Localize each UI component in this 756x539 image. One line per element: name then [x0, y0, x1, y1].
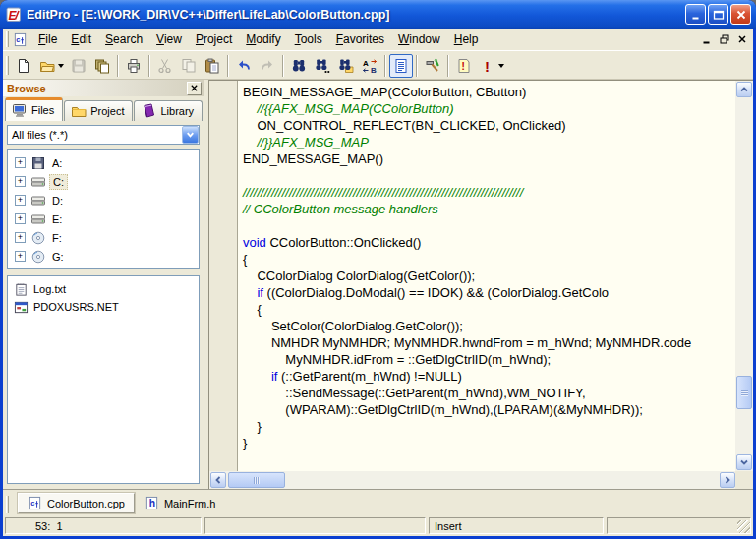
menu-modify[interactable]: Modify — [239, 30, 287, 49]
browse-tab-files[interactable]: Files — [5, 97, 63, 121]
maximize-button[interactable] — [708, 4, 728, 25]
menu-file[interactable]: File — [31, 30, 64, 49]
open-folder-icon — [39, 58, 55, 74]
find-next-button[interactable] — [311, 54, 334, 78]
undo-button[interactable] — [232, 54, 256, 78]
mdi-close-button[interactable] — [733, 32, 750, 47]
scroll-left-icon[interactable] — [210, 472, 226, 488]
cut-button[interactable] — [153, 54, 177, 78]
cpp-file-icon: c — [28, 496, 42, 510]
toolbar-grip[interactable] — [6, 56, 9, 75]
run-button[interactable]: ! — [476, 54, 507, 78]
expand-plus-icon[interactable]: + — [15, 157, 26, 168]
code-line: { — [243, 301, 735, 318]
tools-icon — [425, 58, 440, 74]
toolbar: AB!! — [3, 52, 753, 80]
code-line: if (::GetParent(m_hWnd) !=NULL) — [243, 368, 735, 385]
expand-plus-icon[interactable]: + — [15, 213, 26, 224]
code-editor[interactable]: BEGIN_MESSAGE_MAP(CColorButton, CButton)… — [208, 80, 753, 489]
code-area[interactable]: BEGIN_MESSAGE_MAP(CColorButton, CButton)… — [239, 81, 735, 471]
close-button[interactable] — [730, 4, 751, 25]
expand-plus-icon[interactable]: + — [15, 251, 26, 262]
h-file-icon: h — [145, 496, 159, 510]
syntax-check-button[interactable]: ! — [452, 54, 476, 78]
expand-plus-icon[interactable]: + — [15, 176, 26, 187]
browse-close-button[interactable] — [187, 82, 202, 95]
file-filter-combobox[interactable]: All files (*.*) — [7, 125, 200, 145]
dropdown-arrow-icon[interactable] — [58, 64, 64, 68]
find-button[interactable] — [287, 54, 311, 78]
code-segment: void — [243, 235, 266, 250]
chevron-down-icon[interactable] — [182, 126, 199, 144]
hard-drive-icon — [30, 193, 46, 209]
save-button[interactable] — [67, 54, 90, 78]
save-all-button[interactable] — [90, 54, 114, 78]
resize-grip[interactable] — [737, 520, 750, 533]
open-file-button[interactable] — [35, 54, 67, 78]
file-name: Log.txt — [33, 283, 66, 295]
menu-view[interactable]: View — [149, 30, 189, 49]
paste-button[interactable] — [201, 54, 224, 78]
tools-button[interactable] — [421, 54, 444, 78]
tree-item-e-drive[interactable]: +E: — [8, 210, 199, 228]
doctabs-grip[interactable] — [6, 496, 9, 513]
code-line: (WPARAM)::GetDlgCtrlID(m_hWnd),(LPARAM)(… — [243, 401, 735, 418]
tree-item-c-drive[interactable]: +C: — [8, 172, 199, 191]
file-item[interactable]: Log.txt — [8, 280, 199, 298]
redo-button[interactable] — [256, 54, 279, 78]
code-line — [243, 167, 735, 184]
vertical-scrollbar[interactable] — [735, 81, 753, 471]
tree-item-d-drive[interactable]: +D: — [8, 191, 199, 210]
toolbar-separator — [227, 55, 229, 77]
doc-tab-mainfrm-h[interactable]: hMainFrm.h — [135, 493, 226, 513]
svg-text:!: ! — [485, 58, 490, 74]
view-document-list-button[interactable] — [389, 54, 413, 78]
hard-drive-icon — [30, 174, 46, 190]
tree-item-a-drive[interactable]: +A: — [8, 153, 199, 172]
copy-button[interactable] — [177, 54, 201, 78]
tree-item-f-drive[interactable]: +F: — [8, 228, 199, 247]
menu-edit[interactable]: Edit — [64, 30, 98, 49]
horizontal-scroll-thumb[interactable] — [228, 472, 285, 488]
expand-plus-icon[interactable]: + — [15, 232, 26, 243]
replace-button[interactable]: AB — [358, 54, 381, 78]
scroll-down-icon[interactable] — [736, 454, 752, 470]
scroll-right-icon[interactable] — [720, 472, 735, 488]
cpp-document-icon[interactable]: c — [13, 32, 28, 47]
browse-tab-library[interactable]: Library — [134, 100, 203, 121]
title-bar[interactable]: E EditPro - [E:\WORK_DIR\VC++\Differ\Lif… — [0, 0, 756, 29]
tree-item-g-drive[interactable]: +G: — [8, 247, 199, 266]
horizontal-scrollbar[interactable] — [209, 471, 736, 489]
dropdown-arrow-icon[interactable] — [498, 64, 504, 68]
code-segment: } — [243, 436, 247, 450]
menu-project[interactable]: Project — [189, 30, 239, 49]
doc-tab-colorbutton-cpp[interactable]: cColorButton.cpp — [18, 493, 135, 513]
mdi-restore-button[interactable] — [716, 32, 732, 47]
app-logo-icon: E — [6, 7, 22, 23]
print-button[interactable] — [122, 54, 145, 78]
minimize-button[interactable] — [685, 4, 706, 25]
browse-tab-project[interactable]: Project — [64, 100, 133, 121]
menubar-grip[interactable] — [6, 31, 9, 46]
doc-tab-label: ColorButton.cpp — [47, 498, 125, 509]
find-in-files-button[interactable] — [334, 54, 358, 78]
mdi-minimize-button[interactable] — [698, 32, 715, 47]
code-segment: NMHDR MyNMHDR; MyNMHDR.hwndFrom = m_hWnd… — [243, 335, 691, 350]
scroll-up-icon[interactable] — [736, 82, 752, 97]
menu-tools[interactable]: Tools — [288, 30, 329, 49]
code-segment: ::SendMessage(::GetParent(m_hWnd),WM_NOT… — [243, 386, 586, 400]
drive-tree: +A:+C:+D:+E:+F:+G: — [7, 149, 200, 269]
file-filter-value: All files (*.*) — [8, 129, 182, 141]
code-segment — [243, 101, 257, 116]
menu-favorites[interactable]: Favorites — [329, 30, 391, 49]
menu-help[interactable]: Help — [447, 30, 486, 49]
menu-window[interactable]: Window — [391, 30, 447, 49]
new-document-button[interactable] — [12, 54, 35, 78]
replace-icon: AB — [362, 58, 378, 74]
expand-plus-icon[interactable]: + — [15, 195, 26, 206]
file-item[interactable]: PDOXUSRS.NET — [8, 298, 199, 316]
menu-search[interactable]: Search — [98, 30, 149, 49]
code-line: //{{AFX_MSG_MAP(CColorButton) — [243, 100, 735, 117]
vertical-scroll-thumb[interactable] — [736, 376, 752, 409]
syntax-check-icon: ! — [456, 58, 472, 74]
